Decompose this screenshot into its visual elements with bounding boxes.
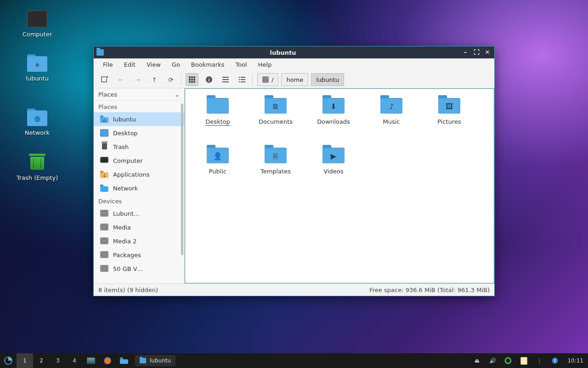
- tray-removable-icon[interactable]: ⏏: [469, 353, 485, 368]
- sidebar-section-header: Devices: [94, 195, 184, 207]
- menu-file[interactable]: File: [97, 58, 119, 71]
- folder-icon: ⎘: [265, 145, 287, 163]
- svg-rect-8: [189, 81, 191, 83]
- svg-rect-4: [193, 76, 195, 78]
- status-right: Free space: 936.6 MiB (Total: 961.3 MiB): [369, 287, 490, 293]
- file-item[interactable]: ⬇Downloads: [305, 93, 362, 143]
- folder-icon: ⬇: [322, 95, 345, 114]
- file-item[interactable]: ▶Videos: [305, 143, 362, 193]
- file-label: Music: [383, 118, 400, 125]
- desktop-icon-label: Computer: [21, 30, 54, 38]
- sidebar-section-header: Places: [94, 101, 184, 112]
- desktop-icon-label: Network: [23, 129, 51, 137]
- file-grid[interactable]: Desktop🗎Documents⬇Downloads♪Music🖼Pictur…: [185, 88, 494, 283]
- workspace-3[interactable]: 3: [50, 353, 66, 368]
- sidebar-item[interactable]: ↓Applications: [94, 167, 184, 181]
- sidebar-item-label: Trash: [113, 144, 129, 150]
- disk-icon: [100, 251, 108, 259]
- sidebar-item[interactable]: Desktop: [94, 126, 184, 140]
- sidebar-item[interactable]: Trash: [94, 140, 184, 154]
- desktop-icon-network[interactable]: 🌐 Network: [12, 109, 62, 137]
- up-button[interactable]: ↑: [148, 74, 160, 86]
- svg-rect-9: [191, 81, 193, 83]
- desktop[interactable]: Computer ⌂ lubuntu 🌐 Network Trash (Empt…: [0, 0, 588, 368]
- system-tray: ⏏ 🔊 ⋮ ! 10:11: [469, 353, 588, 368]
- desktop-icon-home[interactable]: ⌂ lubuntu: [12, 54, 62, 82]
- folder-icon: [140, 358, 146, 363]
- back-button[interactable]: ←: [115, 74, 127, 86]
- path-current[interactable]: lubuntu: [311, 73, 344, 86]
- file-label: Downloads: [317, 118, 350, 125]
- tray-network-icon[interactable]: ⋮: [531, 353, 547, 368]
- svg-rect-10: [193, 81, 195, 83]
- show-desktop-button[interactable]: [83, 353, 99, 368]
- start-menu-button[interactable]: [0, 353, 17, 368]
- sidebar-item-label: Applications: [113, 171, 149, 178]
- sidebar-item[interactable]: Media 2: [94, 234, 184, 248]
- workspace-4[interactable]: 4: [66, 353, 83, 368]
- file-item[interactable]: 🖼Pictures: [420, 93, 478, 143]
- file-item[interactable]: Desktop: [189, 93, 247, 143]
- tray-update-icon[interactable]: [500, 353, 516, 368]
- tray-volume-icon[interactable]: 🔊: [485, 353, 500, 368]
- minimize-button[interactable]: –: [461, 48, 469, 57]
- file-item[interactable]: 👤Public: [189, 143, 247, 193]
- menu-tool[interactable]: Tool: [230, 58, 252, 71]
- close-button[interactable]: ✕: [483, 48, 492, 57]
- folder-icon: ♪: [380, 95, 402, 114]
- forward-button[interactable]: →: [132, 74, 144, 86]
- disk-icon: [100, 224, 108, 231]
- maximize-button[interactable]: ⛶: [472, 48, 481, 57]
- menu-help[interactable]: Help: [253, 58, 277, 71]
- file-item[interactable]: ⎘Templates: [247, 143, 305, 193]
- sidebar-item[interactable]: ⌂lubuntu: [94, 112, 184, 126]
- taskbar-clock[interactable]: 10:11: [563, 357, 588, 364]
- filemanager-launcher[interactable]: [116, 353, 132, 368]
- statusbar: 8 item(s) (9 hidden) Free space: 936.6 M…: [94, 283, 494, 296]
- firefox-launcher[interactable]: [99, 353, 116, 368]
- menu-go[interactable]: Go: [166, 58, 186, 71]
- taskbar: 1 2 3 4 lubuntu ⏏ 🔊 ⋮ ! 10:11: [0, 353, 588, 368]
- reload-button[interactable]: ⟳: [165, 74, 177, 86]
- tray-clipboard-icon[interactable]: [516, 353, 531, 368]
- desktop-icon-label: Trash (Empty): [15, 174, 60, 182]
- desktop-icon-trash[interactable]: Trash (Empty): [12, 154, 62, 182]
- sidebar-item[interactable]: 🌐Network: [94, 181, 184, 195]
- svg-point-15: [239, 81, 240, 83]
- sidebar-item-label: Packages: [113, 252, 141, 259]
- window-title: lubuntu: [107, 49, 458, 56]
- taskbar-task[interactable]: lubuntu: [135, 355, 175, 366]
- workspace-1[interactable]: 1: [17, 353, 33, 368]
- sidebar-item[interactable]: Media: [94, 220, 184, 234]
- workspace-2[interactable]: 2: [33, 353, 50, 368]
- new-tab-button[interactable]: [99, 74, 111, 86]
- path-root[interactable]: /: [257, 73, 278, 86]
- sidebar-item-label: Computer: [113, 157, 143, 164]
- list-view-button[interactable]: [236, 74, 248, 86]
- sidebar-item[interactable]: Packages: [94, 248, 184, 262]
- sidebar-item-label: Network: [113, 185, 138, 192]
- sidebar-header[interactable]: Places ⌄: [94, 88, 184, 101]
- file-item[interactable]: 🗎Documents: [247, 93, 305, 143]
- status-left: 8 item(s) (9 hidden): [98, 287, 158, 293]
- sidebar-item-label: Lubunt…: [113, 210, 140, 217]
- sidebar-item[interactable]: Lubunt…: [94, 207, 184, 220]
- desktop-icon-computer[interactable]: Computer: [12, 10, 62, 38]
- file-label: Documents: [259, 118, 293, 125]
- svg-rect-3: [191, 76, 193, 78]
- scrollbar[interactable]: [181, 104, 183, 255]
- file-item[interactable]: ♪Music: [362, 93, 420, 143]
- titlebar[interactable]: lubuntu – ⛶ ✕: [94, 46, 494, 58]
- path-home[interactable]: home: [281, 73, 308, 86]
- menu-bookmarks[interactable]: Bookmarks: [186, 58, 230, 71]
- menu-edit[interactable]: Edit: [119, 58, 141, 71]
- sidebar-item[interactable]: 50 GB V…: [94, 262, 184, 276]
- desktop-icon-label: lubuntu: [24, 75, 50, 82]
- tray-notification-icon[interactable]: !: [547, 353, 563, 368]
- icon-view-button[interactable]: [186, 73, 198, 86]
- info-button[interactable]: i: [203, 74, 215, 86]
- desktop-icon: [100, 129, 108, 137]
- compact-view-button[interactable]: [220, 74, 232, 86]
- menu-view[interactable]: View: [141, 58, 166, 71]
- sidebar-item[interactable]: Computer: [94, 154, 184, 167]
